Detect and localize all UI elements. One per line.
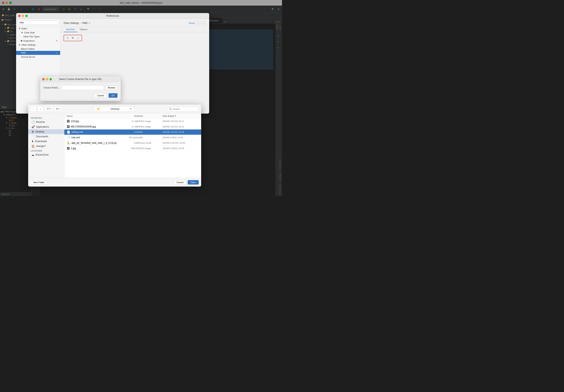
fp-grid-view-button[interactable]: ⊞ ▾	[54, 107, 61, 111]
reset-button[interactable]: Reset	[189, 22, 195, 24]
ruleset-min-btn[interactable]	[46, 78, 48, 81]
applications-label: Applications	[36, 125, 49, 128]
file-date-rulexml: 2024年1月8日 16:28	[163, 136, 199, 139]
file-row-settingxml[interactable]: 📄 setting.xml 3 KB XML 2024年1月10日 16:39	[64, 129, 201, 135]
file-picker: ‹ › ☰ ▾ ⊞ ▾ 📁 Desktop ▼ 🔍 Favorites 🕐	[28, 105, 201, 187]
fp-list-view-button[interactable]: ☰ ▾	[45, 107, 53, 111]
edit-ruleset-button[interactable]: ✎	[70, 36, 75, 40]
fp-cancel-button[interactable]: Cancel	[174, 180, 186, 185]
fp-downloads[interactable]: ⬇ Downloads	[28, 139, 64, 144]
file-label-me345jpg: ME1705054224345.jpg	[71, 125, 96, 128]
file-name-2jpg: 🖼 2.jpg	[67, 147, 118, 150]
fp-location-bar[interactable]: 📁 Desktop ▼	[94, 106, 134, 112]
locations-section-label: Locations	[28, 149, 64, 152]
dialog-close[interactable]	[18, 15, 21, 17]
pref-editor-section[interactable]: ▼ Editor	[16, 27, 60, 30]
file-label-settingxml: setting.xml	[71, 131, 83, 134]
fp-open-button[interactable]: Open	[188, 180, 199, 185]
documents-icon: 📄	[31, 135, 35, 138]
options-tab[interactable]: Options	[77, 27, 90, 32]
fp-search-area[interactable]: 🔍	[167, 107, 199, 111]
fp-sidebar: Favorites 🕐 Recents 🚀 Applications 🖥 Des…	[28, 113, 64, 178]
file-name-settingxml: 📄 setting.xml	[67, 131, 118, 134]
rulesets-tab[interactable]: RuleSets	[64, 27, 77, 32]
dialog-min[interactable]	[22, 15, 24, 17]
ruleset-cancel-button[interactable]: Cancel	[94, 93, 107, 98]
file-kind-rulexml: XML	[138, 136, 163, 139]
dialog-max[interactable]	[25, 15, 28, 17]
col-size-header[interactable]: Size	[118, 115, 138, 117]
file-size-apppy: 4 KB	[118, 142, 138, 144]
rulesets-tab-label: RuleSets	[66, 28, 75, 30]
col-date-header[interactable]: Date Added ▾	[163, 115, 199, 117]
ruleset-dialog-traffic	[42, 78, 52, 81]
fp-back-button[interactable]: ‹	[30, 106, 36, 112]
remove-ruleset-button[interactable]: −	[76, 36, 80, 40]
recents-icon: 🕐	[31, 121, 35, 124]
file-kind-me345jpg: JPEG image	[138, 125, 163, 128]
fp-icloud[interactable]: ☁ iCloud Drive	[28, 152, 64, 157]
fp-table-header: Name Size Kind Date Added ▾	[64, 113, 201, 119]
fp-desktop[interactable]: 🖥 Desktop	[28, 129, 64, 134]
col-kind-header[interactable]: Kind	[138, 115, 163, 117]
pref-header: Other Settings › PMD ⊞ Reset ← →	[60, 19, 209, 27]
pref-other-file-types[interactable]: Other File Types	[16, 35, 60, 39]
fp-zhanglu7[interactable]: 🏠 zhanglu7	[28, 144, 64, 149]
file-row-apppy[interactable]: 🐍 app_jdr_fwmarket_web_view_i_d_d (3).py…	[64, 140, 201, 146]
add-ruleset-button[interactable]: +	[66, 36, 70, 40]
pref-inspections[interactable]: ▶ Inspections ⚙	[16, 39, 60, 43]
code-style-label: Code Style	[24, 31, 35, 34]
preferences-search-input[interactable]	[18, 20, 58, 25]
file-picker-toolbar: ‹ › ☰ ▾ ⊞ ▾ 📁 Desktop ▼ 🔍	[28, 105, 201, 113]
fp-applications[interactable]: 🚀 Applications	[28, 124, 64, 129]
file-label-rulexml: rule.xml	[71, 136, 80, 139]
pref-tomcat[interactable]: Tomcat Server	[16, 55, 60, 59]
file-row-me345jpg[interactable]: 🖼 ME1705054224345.jpg 3.1 MB JPEG image …	[64, 124, 201, 129]
file-row-2jpg[interactable]: 🖼 2.jpg 838 KB JPEG image 2023年12月8日 15:…	[64, 146, 201, 151]
pref-code-style[interactable]: ▼ Code Style	[16, 30, 60, 35]
grid-dropdown-icon: ▾	[58, 108, 59, 110]
file-label-2jpg: 2.jpg	[71, 147, 76, 150]
new-folder-button[interactable]: New Folder	[30, 180, 47, 185]
file-row-123jpg[interactable]: 🖼 123.jpg 3.1 MB JPEG image 2024年1月12日 1…	[64, 119, 201, 124]
ruleset-url-input[interactable]	[61, 85, 104, 90]
expand-inspections-icon: ▶	[21, 40, 23, 42]
fp-forward-button[interactable]: ›	[38, 106, 43, 112]
desktop-icon: 🖥	[31, 130, 34, 133]
pref-other-settings[interactable]: ▼ Other Settings	[16, 43, 60, 47]
file-name-rulexml: 📄 rule.xml	[67, 136, 118, 139]
ruleset-dialog-titlebar: Select Custom RuleSet File or type URL	[40, 76, 121, 82]
file-label-apppy: app_jdr_fwmarket_web_view_i_d_d (3).py	[71, 142, 117, 144]
file-row-rulexml[interactable]: 📄 rule.xml 407 bytes XML 2024年1月8日 16:28	[64, 135, 201, 140]
pref-maven-helper[interactable]: Maven Helper	[16, 47, 60, 51]
ruleset-ok-button[interactable]: OK	[109, 93, 117, 98]
pref-tabs: RuleSets Options	[60, 27, 209, 32]
preferences-titlebar: Preferences	[16, 13, 209, 19]
fp-documents[interactable]: 📄 Documents	[28, 134, 64, 139]
maven-helper-label: Maven Helper	[21, 48, 35, 50]
other-settings-label: Other Settings	[22, 44, 36, 46]
expand-other-icon: ▼	[18, 44, 21, 46]
dialog-traffic-lights	[18, 15, 28, 17]
file-date-2jpg: 2023年12月8日 15:36	[163, 147, 199, 150]
ruleset-dialog-title: Select Custom RuleSet File or type URL	[59, 78, 102, 81]
rulesets-content: + ✎ −	[60, 32, 209, 114]
nav-forward-button[interactable]: →	[202, 21, 206, 25]
file-date-me345jpg: 2024年1月12日 18:10	[163, 125, 199, 128]
file-kind-apppy: Python script	[138, 142, 163, 144]
file-size-settingxml: 3 KB	[118, 131, 138, 133]
ruleset-max-btn[interactable]	[49, 78, 52, 81]
downloads-label: Downloads	[35, 140, 47, 143]
file-name-123jpg: 🖼 123.jpg	[67, 120, 118, 123]
nav-back-button[interactable]: ←	[196, 21, 200, 25]
ruleset-close-btn[interactable]	[42, 78, 45, 81]
icloud-icon: ☁	[31, 153, 34, 156]
fp-recents[interactable]: 🕐 Recents	[28, 120, 64, 124]
grid-icon: ⊞	[56, 108, 58, 110]
browse-button[interactable]: Browse	[106, 86, 117, 90]
editor-label: Editor	[22, 27, 27, 30]
col-name-header[interactable]: Name	[67, 115, 118, 117]
fp-search-input[interactable]	[173, 108, 197, 110]
file-icon-rulexml: 📄	[67, 136, 70, 139]
pref-pmd[interactable]: PMD ⚙	[16, 51, 60, 55]
